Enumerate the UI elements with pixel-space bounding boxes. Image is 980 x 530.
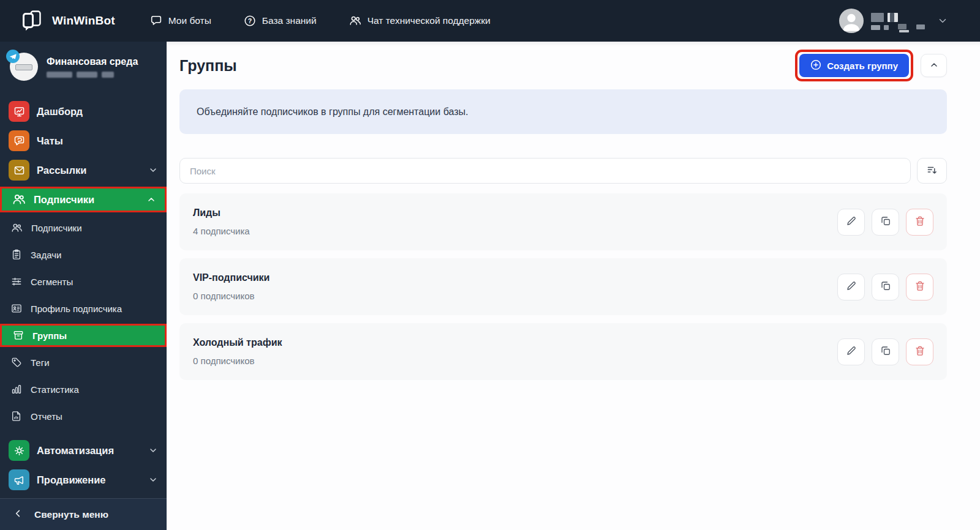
report-document-icon — [10, 410, 23, 422]
sidebar-item-label: Подписчики — [34, 194, 94, 206]
bot-avatar-chip — [15, 64, 32, 70]
submenu-item-subscribers[interactable]: Подписчики — [0, 214, 167, 241]
sidebar-item-chats[interactable]: Чаты — [0, 126, 167, 155]
dashboard-icon — [9, 101, 29, 122]
sliders-icon — [10, 275, 23, 288]
submenu-item-segments[interactable]: Сегменты — [0, 268, 167, 295]
submenu-item-groups[interactable]: Группы — [0, 324, 167, 347]
copy-icon — [880, 345, 892, 359]
chats-icon — [9, 130, 29, 151]
collapse-menu-button[interactable]: Свернуть меню — [0, 498, 167, 530]
info-banner: Объединяйте подписчиков в группы для сег… — [179, 89, 947, 134]
group-name: Холодный трафик — [193, 337, 282, 348]
nav-knowledge-base[interactable]: ? База знаний — [243, 14, 317, 28]
sort-button[interactable] — [917, 158, 947, 184]
sidebar-item-dashboard[interactable]: Дашборд — [0, 97, 167, 126]
nav-support-chat[interactable]: Чат технической поддержки — [349, 14, 491, 28]
collapse-panel-button[interactable] — [921, 54, 947, 77]
sidebar-item-broadcasts[interactable]: Рассылки — [0, 155, 167, 185]
sidebar-item-label: Чаты — [37, 135, 63, 147]
group-card-lidy[interactable]: Лиды 4 подписчика — [179, 193, 947, 250]
group-subscriber-count: 0 подписчиков — [193, 356, 282, 366]
sidebar-menu: Дашборд Чаты Рассылки — [0, 97, 167, 495]
plus-circle-icon — [810, 59, 821, 72]
group-subscriber-count: 0 подписчиков — [193, 291, 270, 301]
group-subscriber-count: 4 подписчика — [193, 226, 250, 236]
copy-icon — [880, 215, 892, 229]
submenu-item-label: Профиль подписчика — [31, 304, 122, 314]
sidebar-item-label: Дашборд — [37, 106, 83, 118]
submenu-item-subscriber-profile[interactable]: Профиль подписчика — [0, 295, 167, 322]
sort-icon — [926, 164, 938, 178]
submenu-item-label: Теги — [31, 357, 50, 368]
submenu-item-label: Задачи — [31, 250, 61, 260]
pencil-icon — [845, 215, 858, 229]
group-card-vip[interactable]: VIP-подписчики 0 подписчиков — [179, 258, 947, 315]
submenu-item-label: Подписчики — [31, 223, 82, 233]
info-banner-text: Объединяйте подписчиков в группы для сег… — [197, 106, 468, 118]
sidebar-item-subscribers[interactable]: Подписчики — [0, 187, 167, 212]
tag-icon — [10, 356, 23, 368]
group-name: VIP-подписчики — [193, 272, 270, 283]
search-row — [179, 158, 947, 184]
people-icon — [349, 14, 362, 28]
chevron-down-icon[interactable] — [937, 15, 948, 26]
chevron-up-icon — [146, 195, 156, 204]
topbar: WinWinBot Мои боты ? База знаний — [0, 0, 980, 42]
copy-icon — [880, 280, 892, 294]
submenu-item-tasks[interactable]: Задачи — [0, 241, 167, 268]
brand-title: WinWinBot — [52, 14, 115, 28]
sidebar: Финансовая среда Дашборд — [0, 42, 167, 530]
collapse-menu-label: Свернуть меню — [34, 509, 108, 520]
main-header: Группы Создать группу — [179, 50, 947, 81]
sidebar-item-label: Продвижение — [37, 474, 106, 486]
pencil-icon — [845, 280, 858, 294]
sidebar-item-promotion[interactable]: Продвижение — [0, 465, 167, 495]
chevron-up-icon — [929, 60, 939, 72]
submenu-item-reports[interactable]: Отчеты — [0, 403, 167, 430]
subscribers-icon — [12, 192, 26, 207]
submenu-item-label: Статистика — [31, 384, 79, 395]
bot-avatar — [10, 53, 38, 81]
sidebar-item-automation[interactable]: Автоматизация — [0, 436, 167, 465]
nav-label: Мои боты — [168, 15, 211, 26]
bot-profile[interactable]: Финансовая среда — [0, 42, 167, 89]
chevron-down-icon — [148, 475, 158, 485]
nav-my-bots[interactable]: Мои боты — [149, 14, 211, 28]
subscribers-submenu: Подписчики Задачи — [0, 214, 167, 430]
delete-group-button[interactable] — [906, 209, 933, 236]
chevron-down-icon — [148, 165, 158, 175]
chat-bubble-icon — [149, 14, 163, 28]
brand[interactable]: WinWinBot — [20, 8, 115, 34]
copy-group-button[interactable] — [872, 274, 899, 300]
submenu-item-label: Группы — [32, 330, 67, 341]
create-group-button[interactable]: Создать группу — [799, 54, 909, 77]
nav-label: База знаний — [262, 15, 317, 26]
sidebar-item-label: Рассылки — [37, 165, 86, 176]
search-input[interactable] — [179, 158, 911, 184]
edit-group-button[interactable] — [837, 209, 865, 236]
subscribers-icon — [10, 222, 23, 234]
copy-group-button[interactable] — [872, 209, 899, 236]
chevron-left-icon — [13, 509, 23, 521]
submenu-item-tags[interactable]: Теги — [0, 349, 167, 376]
create-group-label: Создать группу — [827, 61, 898, 71]
winwinbot-logo-icon — [20, 8, 43, 34]
submenu-item-statistics[interactable]: Статистика — [0, 376, 167, 403]
pencil-icon — [845, 345, 858, 359]
delete-group-button[interactable] — [906, 338, 933, 365]
sidebar-item-label: Автоматизация — [37, 445, 114, 457]
delete-group-button[interactable] — [906, 274, 933, 300]
edit-group-button[interactable] — [837, 274, 865, 300]
topnav: Мои боты ? База знаний Чат технической — [149, 14, 491, 28]
mail-icon — [9, 160, 29, 181]
main-content: Группы Создать группу Объединяй — [167, 42, 980, 530]
user-menu[interactable] — [839, 9, 948, 33]
group-card-cold-traffic[interactable]: Холодный трафик 0 подписчиков — [179, 323, 947, 380]
question-circle-icon: ? — [243, 14, 257, 28]
copy-group-button[interactable] — [872, 338, 899, 365]
nav-label: Чат технической поддержки — [368, 15, 491, 26]
edit-group-button[interactable] — [837, 338, 865, 365]
annotation-box-create-group: Создать группу — [795, 50, 913, 81]
page-title: Группы — [179, 57, 237, 75]
